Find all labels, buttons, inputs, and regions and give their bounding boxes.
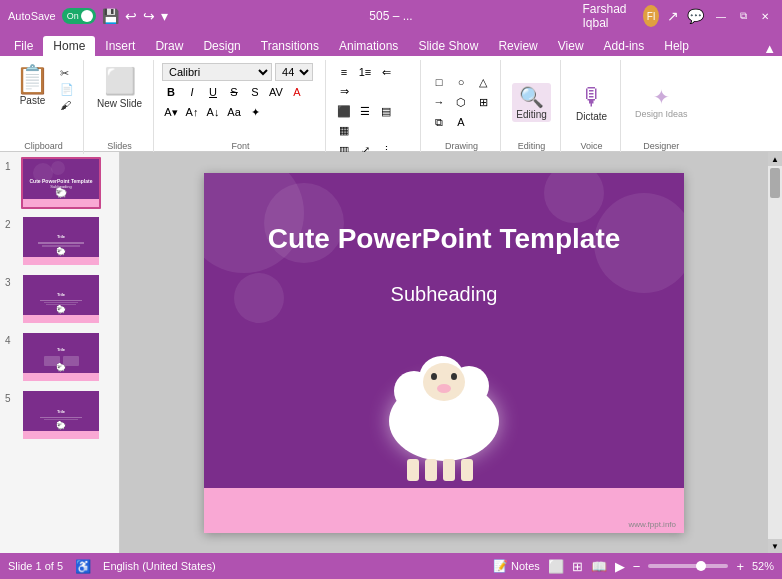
design-ideas-button[interactable]: ✦ Design Ideas bbox=[629, 83, 694, 122]
thumb-sheep-1: 🐑 bbox=[55, 187, 67, 198]
tab-transitions[interactable]: Transitions bbox=[251, 36, 329, 56]
copy-button[interactable]: 📄 bbox=[57, 82, 77, 97]
slide-thumb-2[interactable]: 2 Title 🐑 bbox=[5, 215, 114, 267]
normal-view-button[interactable]: ⬜ bbox=[548, 559, 564, 574]
shape-2[interactable]: ○ bbox=[451, 73, 471, 91]
numbering-button[interactable]: 1≡ bbox=[355, 63, 375, 81]
scroll-track[interactable] bbox=[768, 166, 782, 539]
tab-draw[interactable]: Draw bbox=[145, 36, 193, 56]
undo-icon[interactable]: ↩ bbox=[125, 8, 137, 24]
shape-4[interactable]: → bbox=[429, 93, 449, 111]
decrease-indent-button[interactable]: ⇐ bbox=[376, 63, 396, 81]
editing-label: Editing bbox=[516, 109, 547, 120]
slide-subheading[interactable]: Subheading bbox=[204, 283, 684, 306]
font-family-select[interactable]: Calibri bbox=[162, 63, 272, 81]
slide-thumb-1[interactable]: 1 Cute PowerPoint Template Subheading 🐑 bbox=[5, 157, 114, 209]
presenter-view-button[interactable]: ▶ bbox=[615, 559, 625, 574]
font-color-button[interactable]: A bbox=[288, 83, 306, 101]
slide-thumb-5[interactable]: 5 Title 🐑 bbox=[5, 389, 114, 441]
minimize-button[interactable]: — bbox=[712, 7, 730, 25]
font-color-fill-button[interactable]: A▾ bbox=[162, 103, 180, 121]
right-align-button[interactable]: ▤ bbox=[376, 102, 396, 120]
sheep-leg-3 bbox=[443, 459, 455, 481]
title-bar-left: AutoSave On 💾 ↩ ↪ ▾ bbox=[8, 8, 200, 24]
case-button[interactable]: Aa bbox=[225, 103, 243, 121]
increase-size-button[interactable]: A↑ bbox=[183, 103, 201, 121]
language[interactable]: English (United States) bbox=[103, 560, 216, 572]
tab-slideshow[interactable]: Slide Show bbox=[408, 36, 488, 56]
drawing-group: □ ○ △ → ⬡ ⊞ ⧉ A Drawing bbox=[423, 60, 501, 154]
shadow-button[interactable]: S bbox=[246, 83, 264, 101]
slide-thumb-3[interactable]: 3 Title 🐑 bbox=[5, 273, 114, 325]
comment-icon[interactable]: 💬 bbox=[687, 8, 704, 24]
tab-addins[interactable]: Add-ins bbox=[594, 36, 655, 56]
slide-preview-4: Title 🐑 bbox=[21, 331, 101, 383]
cut-icon: ✂ bbox=[60, 67, 69, 80]
more-tools-icon[interactable]: ▾ bbox=[161, 8, 168, 24]
tab-animations[interactable]: Animations bbox=[329, 36, 408, 56]
scroll-thumb[interactable] bbox=[770, 168, 780, 198]
notes-button[interactable]: 📝 Notes bbox=[493, 559, 540, 573]
editing-section-label: Editing bbox=[509, 141, 554, 152]
slide-preview-1: Cute PowerPoint Template Subheading 🐑 bbox=[21, 157, 101, 209]
zoom-in-button[interactable]: + bbox=[736, 559, 744, 574]
zoom-out-button[interactable]: − bbox=[633, 559, 641, 574]
redo-icon[interactable]: ↪ bbox=[143, 8, 155, 24]
paste-button[interactable]: 📋 Paste bbox=[10, 63, 55, 109]
save-icon[interactable]: 💾 bbox=[102, 8, 119, 24]
tab-view[interactable]: View bbox=[548, 36, 594, 56]
underline-button[interactable]: U bbox=[204, 83, 222, 101]
tab-insert[interactable]: Insert bbox=[95, 36, 145, 56]
close-button[interactable]: ✕ bbox=[756, 7, 774, 25]
slide-canvas[interactable]: Cute PowerPoint Template Subheading bbox=[204, 173, 684, 533]
editing-button[interactable]: 🔍 Editing bbox=[512, 83, 551, 122]
shape-6[interactable]: ⊞ bbox=[473, 93, 493, 111]
increase-indent-button[interactable]: ⇒ bbox=[334, 82, 354, 100]
user-avatar: FI bbox=[643, 5, 659, 27]
slide-preview-2: Title 🐑 bbox=[21, 215, 101, 267]
tab-review[interactable]: Review bbox=[488, 36, 547, 56]
left-align-button[interactable]: ⬛ bbox=[334, 102, 354, 120]
char-spacing-button[interactable]: AV bbox=[267, 83, 285, 101]
scroll-up-button[interactable]: ▲ bbox=[768, 152, 782, 166]
slide-title[interactable]: Cute PowerPoint Template bbox=[204, 223, 684, 255]
tab-design[interactable]: Design bbox=[193, 36, 250, 56]
accessibility-icon[interactable]: ♿ bbox=[75, 559, 91, 574]
restore-button[interactable]: ⧉ bbox=[734, 7, 752, 25]
font-size-select[interactable]: 44 bbox=[275, 63, 313, 81]
decrease-size-button[interactable]: A↓ bbox=[204, 103, 222, 121]
zoom-percent[interactable]: 52% bbox=[752, 560, 774, 572]
clear-format-button[interactable]: ✦ bbox=[246, 103, 264, 121]
justify-button[interactable]: ▦ bbox=[334, 121, 354, 139]
ribbon-collapse-icon[interactable]: ▲ bbox=[757, 41, 782, 56]
slide-sorter-button[interactable]: ⊞ bbox=[572, 559, 583, 574]
scroll-down-button[interactable]: ▼ bbox=[768, 539, 782, 553]
tab-file[interactable]: File bbox=[4, 36, 43, 56]
editing-group: 🔍 Editing Editing bbox=[503, 60, 561, 154]
reading-view-button[interactable]: 📖 bbox=[591, 559, 607, 574]
shape-5[interactable]: ⬡ bbox=[451, 93, 471, 111]
sheep-eye-left bbox=[431, 373, 437, 380]
dictate-button[interactable]: 🎙 Dictate bbox=[572, 81, 611, 124]
format-painter-button[interactable]: 🖌 bbox=[57, 98, 77, 112]
shape-3[interactable]: △ bbox=[473, 73, 493, 91]
slide-thumb-4[interactable]: 4 Title 🐑 bbox=[5, 331, 114, 383]
slides-group: ⬜ New Slide Slides bbox=[86, 60, 154, 154]
new-slide-button[interactable]: ⬜ New Slide bbox=[92, 63, 147, 112]
autosave-toggle[interactable]: On bbox=[62, 8, 96, 24]
share-icon[interactable]: ↗ bbox=[667, 8, 679, 24]
bold-button[interactable]: B bbox=[162, 83, 180, 101]
zoom-slider[interactable] bbox=[648, 564, 728, 568]
bullets-button[interactable]: ≡ bbox=[334, 63, 354, 81]
center-align-button[interactable]: ☰ bbox=[355, 102, 375, 120]
italic-button[interactable]: I bbox=[183, 83, 201, 101]
designer-label: Designer bbox=[629, 141, 694, 152]
font-row-3: A▾ A↑ A↓ Aa ✦ bbox=[162, 103, 319, 121]
cut-button[interactable]: ✂ bbox=[57, 66, 77, 81]
strikethrough-button[interactable]: S bbox=[225, 83, 243, 101]
tab-help[interactable]: Help bbox=[654, 36, 699, 56]
arrange-button[interactable]: ⧉ bbox=[429, 113, 449, 131]
shape-1[interactable]: □ bbox=[429, 73, 449, 91]
tab-home[interactable]: Home bbox=[43, 36, 95, 56]
quick-styles-button[interactable]: A bbox=[451, 113, 471, 131]
